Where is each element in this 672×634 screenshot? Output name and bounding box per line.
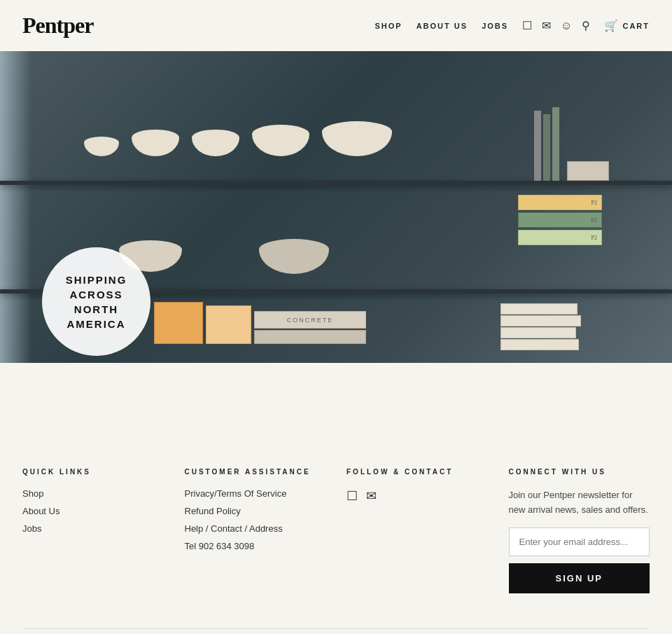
cart-label: CART — [622, 22, 650, 30]
connect-heading: CONNECT WITH US — [509, 468, 650, 476]
social-icons: ☐ ✉ — [346, 488, 488, 504]
book-under — [254, 330, 366, 344]
follow-contact-heading: FOLLOW & CONTACT — [346, 468, 488, 476]
footer-link-about[interactable]: About Us — [22, 506, 164, 516]
window-light — [0, 51, 31, 363]
book-spine-3 — [552, 107, 559, 181]
bowl-shelf2b — [259, 239, 329, 274]
book-spine-2 — [543, 114, 550, 181]
account-icon[interactable]: ☺ — [561, 20, 572, 32]
hero-background: P2 P2 P2 CONCRETE SHIPPING ACROSS NO — [0, 51, 672, 363]
shipping-text: SHIPPING ACROSS NORTH AMERICA — [66, 273, 127, 331]
footer-link-help[interactable]: Help / Contact / Address — [185, 523, 326, 534]
book-pp-3: P2 — [518, 230, 602, 245]
shipping-badge: SHIPPING ACROSS NORTH AMERICA — [42, 247, 150, 356]
newsletter-email-input[interactable] — [509, 528, 650, 556]
shelf-1-items — [84, 121, 392, 156]
footer-connect: CONNECT WITH US Join our Pentper newslet… — [509, 468, 650, 593]
cart-button[interactable]: 🛒 CART — [604, 19, 650, 32]
customer-assistance-heading: CUSTOMER ASSISTANCE — [185, 468, 326, 476]
search-icon[interactable]: ⚲ — [582, 19, 590, 32]
nav-about-us[interactable]: ABOUT US — [416, 22, 468, 30]
footer-link-privacy[interactable]: Privacy/Terms Of Service — [185, 488, 326, 499]
email-icon[interactable]: ✉ — [542, 19, 551, 32]
hero-section: P2 P2 P2 CONCRETE SHIPPING ACROSS NO — [0, 51, 672, 363]
concrete-book: CONCRETE — [254, 311, 366, 329]
flat-book-3 — [500, 327, 576, 338]
site-logo[interactable]: Pentper — [22, 13, 93, 39]
cart-icon: 🛒 — [604, 19, 618, 32]
main-nav: SHOP ABOUT US JOBS ☐ ✉ ☺ ⚲ 🛒 CART — [374, 19, 650, 32]
bottom-shelf-books: CONCRETE — [154, 302, 366, 344]
site-header: Pentper SHOP ABOUT US JOBS ☐ ✉ ☺ ⚲ 🛒 CAR… — [0, 0, 672, 51]
footer-bottom: © 2017 The Pentper General Shop . PayPal… — [22, 628, 650, 634]
bowl-medium — [132, 130, 179, 156]
nav-jobs[interactable]: JOBS — [482, 22, 508, 30]
quick-links-heading: QUICK LINKS — [22, 468, 164, 476]
instagram-icon[interactable]: ☐ — [522, 19, 532, 32]
book-flat-1 — [567, 161, 609, 181]
footer-link-shop[interactable]: Shop — [22, 488, 164, 499]
footer-link-jobs[interactable]: Jobs — [22, 523, 164, 534]
connect-description: Join our Pentper newsletter for new arri… — [509, 488, 650, 518]
footer-follow-contact: FOLLOW & CONTACT ☐ ✉ — [346, 468, 488, 593]
nav-shop[interactable]: SHOP — [374, 22, 402, 30]
flat-book-2 — [500, 315, 581, 326]
bowl-large — [252, 125, 309, 156]
stacked-books-right — [500, 303, 581, 350]
book-stack-group: CONCRETE — [254, 311, 366, 344]
footer-quick-links: QUICK LINKS Shop About Us Jobs — [22, 468, 164, 593]
book-spine-1 — [534, 111, 541, 181]
flat-book-1 — [500, 303, 578, 315]
footer-link-refund[interactable]: Refund Policy — [185, 506, 326, 516]
bowl-medium-2 — [192, 130, 239, 156]
bowl-xlarge — [322, 121, 392, 156]
footer-customer-assistance: CUSTOMER ASSISTANCE Privacy/Terms Of Ser… — [185, 468, 326, 593]
nav-icons: ☐ ✉ ☺ ⚲ — [522, 19, 590, 32]
pp-books: P2 P2 P2 — [518, 195, 602, 245]
flat-book-4 — [500, 339, 579, 350]
footer-link-tel[interactable]: Tel 902 634 3098 — [185, 541, 326, 551]
site-footer: QUICK LINKS Shop About Us Jobs CUSTOMER … — [0, 433, 672, 634]
book-orange-2 — [206, 305, 251, 344]
footer-email-icon[interactable]: ✉ — [366, 488, 377, 504]
bowl-small — [84, 137, 119, 156]
spacer — [0, 363, 672, 433]
right-shelf-1-items — [534, 107, 609, 181]
signup-button[interactable]: SIGN UP — [509, 563, 650, 593]
shelf-1 — [0, 181, 672, 185]
book-pp-1: P2 — [518, 195, 602, 210]
footer-grid: QUICK LINKS Shop About Us Jobs CUSTOMER … — [22, 468, 650, 593]
footer-instagram-icon[interactable]: ☐ — [346, 488, 358, 504]
book-pp-2: P2 — [518, 212, 602, 228]
book-orange-1 — [154, 302, 203, 344]
